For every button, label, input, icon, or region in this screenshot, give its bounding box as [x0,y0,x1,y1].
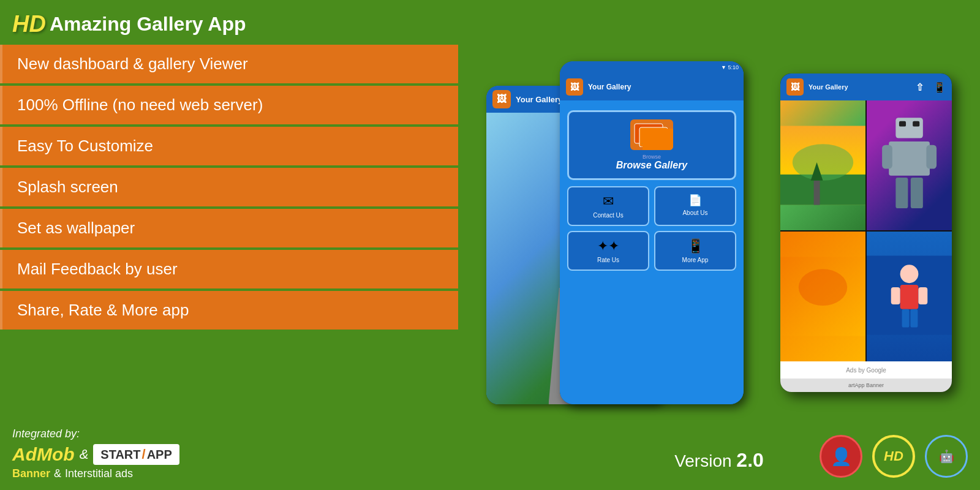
gallery-icon-bg [643,129,673,150]
right-panel: 🖼 Your Gallery ▼ 5:10 🖼 Your Gallery [458,0,980,490]
svg-point-20 [900,265,919,283]
phone-front-title: Your Gallery [588,83,631,91]
feature-item: New dashboard & gallery Viewer [0,45,458,83]
gallery-main-button[interactable]: Browse Browse Gallery [567,110,736,180]
more-app-label: More App [682,257,709,263]
gallery-label: Browse Gallery [616,160,688,171]
banner-text: Banner [12,467,50,480]
landscape-svg [780,100,865,230]
phone-front: ▼ 5:10 🖼 Your Gallery [560,61,744,404]
rate-us-label: Rate Us [597,257,619,263]
integrated-label: Integrated by: [12,428,446,440]
grid-buttons: ✉ Contact Us 📄 About Us ✦✦ Rate Us 📱 [567,186,736,271]
svg-rect-24 [902,309,910,328]
status-text: ▼ 5:10 [721,64,739,70]
version-number: 2.0 [736,449,763,471]
title-rest: Amazing Gallery App [50,13,246,36]
about-us-label: About Us [682,209,707,216]
phone-front-toolbar: 🖼 Your Gallery [560,74,744,100]
orange-svg [780,232,865,361]
android-badge-icon: 🤖 [939,449,954,464]
ads-text: Ads by Google [846,367,886,374]
svg-point-6 [793,144,853,181]
contact-us-button[interactable]: ✉ Contact Us [567,186,649,226]
hd-badge-label: HD [884,448,903,464]
phones-container: 🖼 Your Gallery ▼ 5:10 🖼 Your Gallery [486,61,952,429]
feature-item: Splash screen [0,168,458,206]
feature-list: New dashboard & gallery Viewer100% Offli… [0,45,458,420]
gallery-label-area: Browse Browse Gallery [616,154,688,171]
rate-us-button[interactable]: ✦✦ Rate Us [567,231,649,271]
feature-item: Share, Rate & More app [0,291,458,330]
info-icon: 📄 [688,194,702,207]
phone-back-title: Your Gallery [516,95,562,104]
phone-front-screen: ▼ 5:10 🖼 Your Gallery [560,61,744,404]
mail-icon: ✉ [603,194,614,209]
contact-us-label: Contact Us [593,212,623,219]
badge-face: 👤 [820,435,862,478]
badge-android: 🤖 [925,435,968,478]
svg-rect-11 [913,121,919,127]
bottom-section: Integrated by: AdMob & START / APP Banne… [0,420,458,490]
badges-area: 👤 HD 🤖 [820,435,968,478]
startapp-badge: START / APP [93,444,179,465]
share-icon[interactable]: ⇧ [916,81,924,93]
feature-item: 100% Offline (no need web server) [0,86,458,124]
feature-item: Set as wallpaper [0,209,458,247]
svg-rect-10 [899,121,906,127]
about-us-button[interactable]: 📄 About Us [654,186,736,226]
svg-rect-16 [911,178,923,208]
star-icon: ✦✦ [597,238,619,254]
feature-item: Easy To Customize [0,127,458,165]
svg-rect-22 [891,287,900,304]
phone-front-status: ▼ 5:10 [560,61,744,74]
svg-rect-13 [882,145,892,169]
feature-item: Mail Feedback by user [0,250,458,288]
gallery-cell-character [867,232,952,361]
startapp-slash: / [142,447,146,462]
phone-right-screen: 🖼 Your Gallery ⇧ 📱 [780,74,952,392]
version-prefix: Version [674,451,731,470]
left-panel: HD Amazing Gallery App New dashboard & g… [0,0,458,490]
svg-rect-7 [814,181,820,205]
gallery-cell-robot [867,100,952,230]
gallery-cell-orange [780,232,865,361]
svg-rect-15 [895,178,908,208]
svg-rect-12 [889,141,930,176]
title-area: HD Amazing Gallery App [0,6,458,45]
phone-right-gallery [780,100,952,361]
admob-label: AdMob [12,444,75,465]
badge-hd: HD [872,435,915,478]
gallery-sublabel: Browse [643,154,661,160]
phone-right-title: Your Gallery [809,83,848,91]
phone-right-toolbar: 🖼 Your Gallery ⇧ 📱 [780,74,952,100]
more-app-button[interactable]: 📱 More App [654,231,736,271]
face-badge-icon: 👤 [831,447,852,467]
interstitial-text: Interstitial ads [65,467,133,480]
robot-svg [875,100,943,230]
phone-right-app-icon: 🖼 [786,78,804,96]
brand-row: AdMob & START / APP [12,444,446,465]
title-hd: HD [12,11,46,37]
app-banner: artApp Banner [780,379,952,392]
svg-rect-9 [895,118,922,138]
phone-right: 🖼 Your Gallery ⇧ 📱 [780,74,952,392]
version-area: Version 2.0 [674,449,764,472]
character-svg [867,232,952,359]
ads-banner: Ads by Google [780,361,952,379]
phone-icon[interactable]: 📱 [933,81,946,93]
gallery-cell-landscape [780,100,865,230]
phone-front-app-icon: 🖼 [566,78,583,96]
phone-back-app-icon: 🖼 [492,90,511,108]
apps-icon: 📱 [687,238,704,254]
and-label: & [80,447,89,462]
startapp-app: APP [147,448,172,462]
and2-text: & [54,467,61,480]
svg-rect-14 [926,145,937,169]
svg-point-18 [799,269,847,306]
phone-front-content: Browse Browse Gallery ✉ Contact Us 📄 Abo… [560,100,744,404]
ads-line: Banner & Interstitial ads [12,467,446,480]
svg-rect-23 [918,287,927,304]
app-banner-text: artApp Banner [848,382,884,388]
svg-rect-25 [910,309,918,328]
